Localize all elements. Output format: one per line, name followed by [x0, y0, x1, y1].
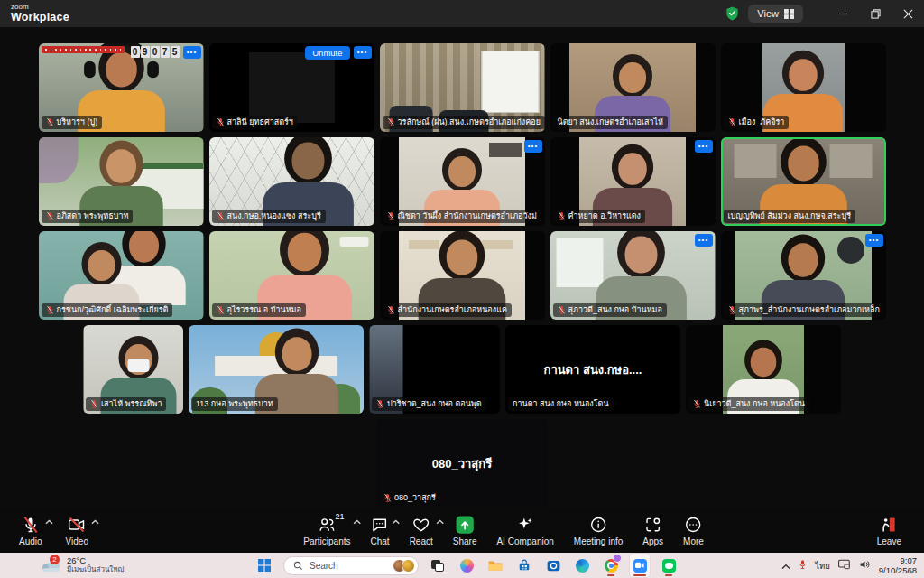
toolbar-ai-companion-button[interactable]: AI Companion	[488, 508, 561, 553]
edge-icon[interactable]	[572, 554, 592, 577]
tile-options-button[interactable]: •••	[865, 234, 883, 247]
tile-options-button[interactable]: •••	[695, 234, 713, 247]
participant-name: เมือง_ภัคจิรา	[739, 117, 785, 128]
toolbar-participants-button[interactable]: Participants21	[295, 508, 358, 553]
video-tile[interactable]: วรลักษณ์ (ฝน).สนง.เกษตรอำเภอแก่งคอย	[380, 43, 545, 132]
muted-mic-icon	[217, 117, 225, 127]
toolbar-video-button[interactable]: Video	[58, 508, 97, 553]
titlebar: zoom Workplace View	[0, 0, 924, 27]
chrome-icon[interactable]	[601, 554, 621, 577]
zoom-app-icon[interactable]	[630, 554, 650, 577]
keyboard-language[interactable]: ไทย	[815, 559, 830, 573]
tile-options-button[interactable]: •••	[524, 140, 542, 153]
video-tile[interactable]: 113 กษอ.พระพุทธบาท	[189, 325, 364, 414]
outlook-icon[interactable]	[543, 554, 563, 577]
view-button[interactable]: View	[748, 5, 803, 23]
copilot-icon[interactable]	[457, 554, 476, 577]
react-icon	[411, 515, 430, 534]
video-tile[interactable]: อุไรวรรณ อ.บ้านหมอ	[209, 231, 374, 320]
toolbar-item-label: React	[410, 536, 433, 546]
participant-name: คำหยาด อ.วิหารแดง	[568, 210, 642, 222]
figure-face	[751, 348, 777, 377]
participant-name: สุภาวดี_สนง.กษอ.บ้านหมอ	[568, 304, 662, 316]
headphone-cup	[147, 61, 159, 78]
toolbar-item-label: Meeting info	[574, 536, 623, 546]
apps-icon	[643, 515, 662, 534]
participant-name-label: เบญญทิพย์ ส้มม่วง สนง.กษจ.สระบุรี	[724, 210, 855, 223]
tray-cast-icon[interactable]	[838, 557, 851, 573]
participant-name-label: เสาไห้ พรรณทิพา	[86, 397, 166, 411]
muted-mic-icon	[383, 493, 392, 503]
weather-widget[interactable]: 2 26°C มีเมฆเป็นส่วนใหญ่	[42, 553, 124, 578]
video-tile[interactable]: กรชนก/วุฒิศักดิ์ เฉลิมพระเกียรติ	[39, 231, 204, 320]
file-explorer-icon[interactable]	[485, 554, 505, 577]
chevron-up-icon[interactable]	[45, 517, 53, 527]
dark-square-decor	[248, 52, 334, 123]
restore-button[interactable]	[859, 0, 892, 27]
participant-name-label: 080_วาสุกรี	[379, 491, 440, 505]
video-tile[interactable]: •••สุภาวดี_สนง.กษอ.บ้านหมอ	[550, 231, 716, 320]
muted-mic-icon	[728, 305, 736, 315]
video-tile[interactable]: •••ณิชดา วันผึ้ง สำนักงานเกษตรอำเภอวังม่	[380, 137, 545, 226]
unmute-button[interactable]: Unmute	[305, 46, 349, 60]
video-tile[interactable]: นิเยาวดี_สนง.กษอ.หนองโดน	[686, 325, 841, 414]
video-tile[interactable]: อภิสดา พระพุทธบาท	[39, 137, 204, 226]
whiteboard-decor	[481, 51, 539, 113]
security-shield-icon[interactable]	[725, 6, 739, 21]
gallery-row: 080_วาสุกรี080_วาสุกรี	[376, 419, 548, 508]
toolbar-left-group: AudioVideo	[11, 508, 97, 553]
tray-chevron-up-icon[interactable]	[781, 557, 790, 573]
video-tile[interactable]: 09075•••บริหารฯ (ปู)	[39, 43, 204, 132]
tray-mic-icon[interactable]	[799, 557, 807, 573]
participant-name-label: สำนักงานเกษตรอำเภอหนองแค	[383, 303, 512, 317]
tray-speaker-icon[interactable]	[859, 557, 871, 573]
toolbar-audio-button[interactable]: Audio	[11, 508, 51, 553]
tile-options-button[interactable]: •••	[354, 46, 372, 59]
task-view-icon[interactable]	[428, 554, 448, 577]
close-button[interactable]	[892, 0, 924, 27]
microsoft-store-icon[interactable]	[514, 554, 534, 577]
participant-name-label: นิเยาวดี_สนง.กษอ.หนองโดน	[688, 397, 809, 411]
video-tile[interactable]: กานดา สนง.กษอ....กานดา สนง.กษอ.หนองโดน	[505, 325, 680, 414]
video-tile[interactable]: เบญญทิพย์ ส้มม่วง สนง.กษจ.สระบุรี	[721, 137, 886, 226]
video-tile[interactable]: •••คำหยาด อ.วิหารแดง	[550, 137, 716, 226]
figure-face	[619, 62, 646, 93]
toolbar-more-button[interactable]: More	[675, 508, 712, 553]
video-tile[interactable]: สำนักงานเกษตรอำเภอหนองแค	[380, 231, 545, 320]
chevron-up-icon[interactable]	[91, 517, 99, 527]
video-tile[interactable]: Unmute•••สาลินี ยุทธศาสตร์ฯ	[209, 43, 374, 132]
tile-options-button[interactable]: •••	[183, 46, 201, 59]
participant-name: นิเยาวดี_สนง.กษอ.หนองโดน	[704, 398, 805, 410]
tile-options-button[interactable]: •••	[695, 140, 713, 153]
search-input[interactable]: Search	[283, 556, 419, 575]
video-tile[interactable]: เมือง_ภัคจิรา	[721, 43, 886, 132]
toolbar-leave-button[interactable]: Leave	[869, 508, 910, 553]
figure-face	[282, 337, 312, 370]
start-button[interactable]	[254, 554, 274, 577]
video-tile[interactable]: นิตยา สนง.เกษตรอำเภอเสาไห้	[550, 43, 716, 132]
chevron-up-icon[interactable]	[393, 517, 401, 527]
video-tile[interactable]: •••สุภาพร_สำนักงานเกษตรอำเภอมวกเหล็ก	[721, 231, 886, 320]
video-tile[interactable]: ปาริชาต_สนง.กษอ.ดอนพุด	[369, 325, 500, 414]
video-tile[interactable]: 080_วาสุกรี080_วาสุกรี	[376, 419, 548, 508]
video-tile[interactable]: สนง.กษอ.หนองแซง สระบุรี	[209, 137, 374, 226]
toolbar-share-button[interactable]: Share	[445, 508, 485, 553]
line-icon[interactable]	[659, 554, 679, 577]
tray-time: 9:07	[879, 555, 917, 565]
toolbar-meeting-info-button[interactable]: Meeting info	[566, 508, 631, 553]
video-tile[interactable]: เสาไห้ พรรณทิพา	[83, 325, 183, 414]
toolbar-react-button[interactable]: React	[402, 508, 441, 553]
muted-mic-icon	[558, 211, 566, 221]
ai-companion-icon	[516, 515, 535, 534]
participant-name: กรชนก/วุฒิศักดิ์ เฉลิมพระเกียรติ	[57, 304, 169, 316]
minimize-button[interactable]	[827, 0, 859, 27]
chevron-up-icon[interactable]	[354, 517, 362, 527]
participant-name-label: วรลักษณ์ (ฝน).สนง.เกษตรอำเภอแก่งคอย	[383, 116, 545, 129]
video-gallery: 09075•••บริหารฯ (ปู)Unmute•••สาลินี ยุทธ…	[0, 27, 924, 508]
chevron-up-icon[interactable]	[436, 517, 444, 527]
toolbar-apps-button[interactable]: Apps	[634, 508, 671, 553]
toolbar-chat-button[interactable]: Chat	[363, 508, 398, 553]
participant-name-label: อุไรวรรณ อ.บ้านหมอ	[212, 303, 306, 317]
participant-name-label: กานดา สนง.กษอ.หนองโดน	[508, 397, 614, 411]
taskbar-clock[interactable]: 9:07 9/10/2568	[879, 555, 917, 576]
